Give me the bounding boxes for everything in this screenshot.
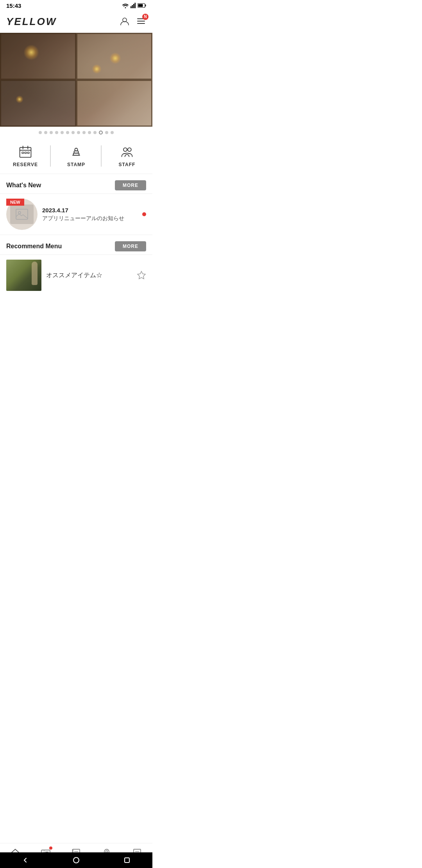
recommend-more-button[interactable]: MORE (115, 241, 146, 251)
hero-pane-4 (76, 80, 152, 127)
app-logo: YELLOW (6, 16, 57, 28)
svg-rect-3 (135, 3, 136, 8)
staff-icon (120, 145, 134, 159)
news-date: 2023.4.17 (42, 207, 138, 213)
news-thumb-inner (10, 204, 34, 224)
dot-9[interactable] (88, 131, 91, 134)
news-item[interactable]: NEW 2023.4.17 アプリリニューーアルのお知らせ (0, 194, 152, 235)
dot-1[interactable] (44, 131, 47, 134)
image-placeholder-icon (16, 209, 28, 220)
menu-button[interactable]: N (136, 16, 146, 28)
dot-11-active[interactable] (99, 131, 103, 135)
dot-12[interactable] (105, 131, 108, 134)
profile-button[interactable] (120, 16, 130, 28)
news-title: アプリリニューーアルのお知らせ (42, 215, 138, 222)
dot-6[interactable] (72, 131, 75, 134)
carousel-dots (0, 127, 152, 138)
svg-rect-13 (22, 152, 24, 154)
svg-rect-14 (25, 152, 26, 154)
recommend-menu-header: Recommend Menu MORE (0, 235, 152, 255)
hero-pane-1 (0, 33, 76, 80)
svg-rect-1 (132, 5, 133, 8)
staff-label: STAFF (119, 162, 136, 167)
signal-icon (131, 3, 136, 8)
svg-rect-10 (137, 23, 145, 24)
light-spot-4 (16, 95, 23, 103)
svg-point-19 (123, 148, 127, 151)
dot-0[interactable] (39, 131, 42, 134)
dot-4[interactable] (61, 131, 64, 134)
dot-13[interactable] (111, 131, 114, 134)
recommend-thumbnail (6, 260, 41, 291)
svg-rect-6 (138, 4, 143, 7)
svg-rect-15 (27, 152, 29, 154)
hero-window-frame (0, 33, 152, 127)
reserve-icon (18, 145, 32, 159)
stamp-icon (69, 145, 83, 159)
recommend-item[interactable]: オススメアイテム☆ (0, 255, 152, 296)
svg-rect-0 (131, 6, 132, 8)
svg-point-22 (18, 212, 21, 214)
status-time: 15:43 (6, 2, 21, 9)
stamp-button[interactable]: STAMP (51, 138, 102, 174)
svg-point-20 (128, 148, 131, 151)
light-spot-1 (23, 45, 39, 60)
news-badge: NEW (6, 199, 24, 206)
hero-pane-3 (0, 80, 76, 127)
news-content: 2023.4.17 アプリリニューーアルのお知らせ (42, 207, 138, 222)
dot-5[interactable] (66, 131, 69, 134)
svg-rect-21 (16, 209, 28, 219)
svg-rect-9 (137, 21, 145, 22)
profile-icon (120, 16, 130, 26)
header-actions: N (120, 16, 146, 28)
reserve-button[interactable]: RESERVE (0, 138, 51, 174)
dot-8[interactable] (82, 131, 86, 134)
stamp-label: STAMP (67, 162, 85, 167)
notification-badge: N (142, 14, 148, 20)
dot-10[interactable] (93, 131, 97, 134)
hero-banner[interactable] (0, 33, 152, 127)
reserve-label: RESERVE (13, 162, 38, 167)
svg-rect-18 (75, 148, 77, 151)
main-content: RESERVE STAMP STAFF (0, 138, 152, 339)
quick-actions: RESERVE STAMP STAFF (0, 138, 152, 174)
light-spot-3 (92, 64, 102, 74)
dot-2[interactable] (50, 131, 53, 134)
svg-rect-2 (133, 4, 134, 8)
dot-7[interactable] (77, 131, 80, 134)
svg-rect-5 (145, 5, 146, 7)
light-spot-2 (109, 52, 121, 64)
whats-new-title: What's New (6, 182, 41, 189)
status-bar: 15:43 (0, 0, 152, 11)
recommend-title: オススメアイテム☆ (46, 271, 132, 280)
recommend-menu-title: Recommend Menu (6, 243, 62, 250)
wifi-icon (122, 3, 129, 8)
status-icons (122, 3, 146, 8)
news-unread-dot (142, 212, 146, 216)
header: YELLOW N (0, 11, 152, 33)
dot-3[interactable] (55, 131, 58, 134)
favorite-star-icon[interactable] (137, 271, 146, 280)
whats-new-header: What's New MORE (0, 174, 152, 194)
whats-new-more-button[interactable]: MORE (115, 180, 146, 190)
staff-button[interactable]: STAFF (102, 138, 152, 174)
battery-icon (138, 3, 146, 8)
